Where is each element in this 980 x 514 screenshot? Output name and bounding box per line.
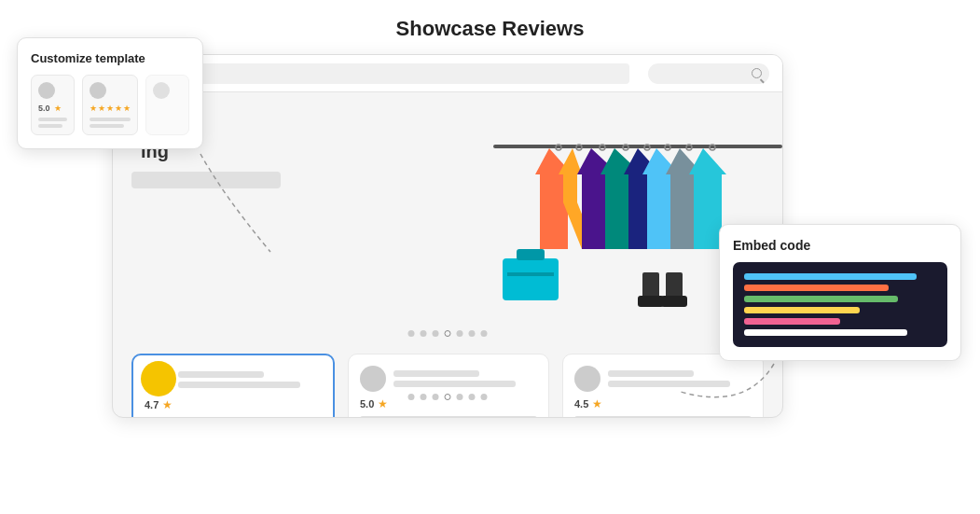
embed-popup-title: Embed code [733,238,947,253]
code-line-2 [744,285,889,291]
popup-rating-1: 5.0 ★ [38,104,67,113]
popup-star: ★ [106,104,114,113]
gray-nav-bar [131,172,281,188]
review-line [574,416,752,418]
popup-body-1 [38,118,67,128]
dot-7 [481,330,488,337]
popup-star: ★ [115,104,122,113]
review-line [145,417,322,418]
code-line-4 [744,307,860,313]
popup-avatar-1 [38,82,55,99]
code-line-3 [744,296,898,302]
dot-b7 [481,394,488,400]
star-icon: ★ [378,397,388,410]
popup-card-1: 5.0 ★ [31,75,75,135]
svg-rect-0 [493,145,782,148]
popup-avatar-2 [90,82,106,99]
review-line [608,381,730,387]
svg-rect-1 [503,258,559,300]
svg-rect-6 [638,296,664,307]
popup-rating-number-1: 5.0 [38,104,50,113]
review-card-1-rating: 4.7 ★ [145,398,322,411]
review-card-3-avatar [574,366,600,392]
rating-number-3: 4.5 [574,398,588,410]
review-line [393,381,516,387]
popup-star-1: ★ [54,104,62,113]
popup-line [38,124,62,128]
dot-2 [421,330,427,337]
page-title: Showcase Reviews [396,17,585,41]
review-card-3-body [574,416,752,418]
page-wrapper: Showcase Reviews ing [0,0,980,514]
popup-stars-2: ★ ★ ★ ★ ★ [90,104,131,113]
review-card-2-header [360,366,537,392]
review-card-3-header [574,366,752,392]
popup-card-1-header [38,82,67,99]
popup-card-2: ★ ★ ★ ★ ★ [82,75,138,135]
dot-b6 [469,394,476,400]
popup-avatar-3 [153,82,170,99]
browser-search [648,63,769,84]
customize-popup-title: Customize template [31,51,189,65]
svg-rect-3 [507,272,554,276]
dot-b1 [408,394,415,400]
review-card-1-body [145,417,322,418]
review-card-2-avatar [360,366,386,392]
svg-rect-2 [517,249,545,260]
dot-b3 [433,394,439,400]
review-card-3-rating: 4.5 ★ [574,397,752,410]
yellow-circle-button[interactable] [141,361,176,396]
carousel-dots-bottom [408,394,488,400]
code-line-6 [744,329,907,336]
review-card-3-lines [608,370,752,387]
review-card-2-lines [393,370,537,387]
review-cards-row: 4.7 ★ ★ ★ ★ ★ ★ [131,354,764,418]
dot-b2 [421,394,427,400]
dot-4-active [445,330,451,337]
dot-5 [457,330,463,337]
review-line [608,370,694,377]
code-block [733,262,947,347]
svg-rect-7 [661,296,687,307]
popup-line [90,118,131,121]
popup-star: ★ [123,104,131,113]
popup-star: ★ [98,104,105,113]
customize-popup: Customize template 5.0 ★ [17,37,203,149]
dot-1 [408,330,415,337]
popup-line [38,118,67,121]
popup-card-3 [145,75,189,135]
browser-bar [113,55,782,92]
popup-line [90,124,124,128]
code-line-5 [744,318,840,325]
rating-number-2: 5.0 [360,398,374,410]
dot-b4-active [445,394,451,400]
search-icon [752,68,762,78]
review-card-1-lines [178,371,322,388]
review-card-3: 4.5 ★ [562,354,764,418]
popup-cards: 5.0 ★ ★ ★ [31,75,189,135]
browser-mockup: ing [112,54,783,418]
review-line [178,382,300,388]
star-icon: ★ [592,397,602,410]
carousel-dots-top [408,330,488,337]
popup-card-2-header [90,82,131,99]
popup-star: ★ [90,104,97,113]
popup-card-3-header [153,82,182,99]
embed-popup: Embed code [719,224,961,361]
dot-3 [433,330,439,337]
rating-number-1: 4.7 [145,399,159,410]
star-icon: ★ [162,398,173,411]
review-line [393,370,479,377]
dot-6 [469,330,476,337]
review-line [178,371,264,378]
code-line-1 [744,273,917,280]
review-line [360,416,537,418]
dot-b5 [457,394,463,400]
popup-body-2 [90,118,131,128]
review-card-2: 5.0 ★ [348,354,549,418]
review-card-2-body [360,416,537,418]
browser-url-bar [182,63,629,84]
